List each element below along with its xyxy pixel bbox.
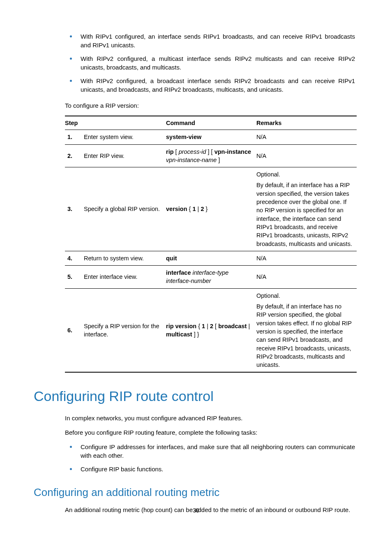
bullet-item: Configure RIP basic functions.: [81, 465, 357, 473]
step-number: 3.: [65, 167, 84, 251]
step-number: 2.: [65, 144, 84, 167]
command-cell: quit: [166, 251, 256, 265]
col-command: Command: [166, 116, 256, 130]
col-remarks: Remarks: [256, 116, 357, 130]
remarks-cell: N/A: [256, 130, 357, 144]
col-step: Step: [65, 116, 166, 130]
steps-table: Step Command Remarks 1.Enter system view…: [65, 116, 357, 373]
table-row: 5.Enter interface view.interface interfa…: [65, 266, 357, 289]
remarks-cell: Optional.By default, if an interface has…: [256, 167, 357, 251]
table-row: 3.Specify a global RIP version.version {…: [65, 167, 357, 251]
step-number: 5.: [65, 266, 84, 289]
body-paragraph: In complex networks, you must configure …: [65, 414, 357, 422]
step-description: Return to system view.: [84, 251, 166, 265]
subsection-heading: Configuring an additional routing metric: [34, 485, 357, 500]
table-header-row: Step Command Remarks: [65, 116, 357, 130]
top-bullet-list: With RIPv1 configured, an interface send…: [35, 32, 357, 94]
remarks-cell: N/A: [256, 266, 357, 289]
command-cell: system-view: [166, 130, 256, 144]
mid-bullet-list: Configure IP addresses for interfaces, a…: [35, 443, 357, 473]
step-description: Enter interface view.: [84, 266, 166, 289]
remarks-cell: N/A: [256, 251, 357, 265]
table-row: 1.Enter system view.system-viewN/A: [65, 130, 357, 144]
table-row: 2.Enter RIP view.rip [ process-id ] [ vp…: [65, 144, 357, 167]
step-description: Enter system view.: [84, 130, 166, 144]
table-row: 6.Specify a RIP version for the interfac…: [65, 288, 357, 372]
bullet-item: Configure IP addresses for interfaces, a…: [81, 443, 357, 460]
lead-text: To configure a RIP version:: [65, 101, 357, 110]
bullet-item: With RIPv2 configured, a multicast inter…: [81, 54, 357, 72]
step-description: Specify a global RIP version.: [84, 167, 166, 251]
command-cell: rip [ process-id ] [ vpn-instance vpn-in…: [166, 144, 256, 167]
step-number: 6.: [65, 288, 84, 372]
section-heading: Configuring RIP route control: [34, 387, 357, 406]
body-paragraph: Before you configure RIP routing feature…: [65, 428, 357, 437]
bullet-item: With RIPv2 configured, a broadcast inter…: [81, 76, 357, 94]
command-cell: rip version { 1 | 2 [ broadcast | multic…: [166, 288, 256, 372]
command-cell: interface interface-type interface-numbe…: [166, 266, 256, 289]
step-description: Enter RIP view.: [84, 144, 166, 167]
remarks-cell: N/A: [256, 144, 357, 167]
step-description: Specify a RIP version for the interface.: [84, 288, 166, 372]
command-cell: version { 1 | 2 }: [166, 167, 256, 251]
step-number: 4.: [65, 251, 84, 265]
remarks-cell: Optional.By default, if an interface has…: [256, 288, 357, 372]
table-row: 4.Return to system view.quitN/A: [65, 251, 357, 265]
step-number: 1.: [65, 130, 84, 144]
page-number: 30: [0, 507, 392, 515]
bullet-item: With RIPv1 configured, an interface send…: [81, 32, 357, 49]
